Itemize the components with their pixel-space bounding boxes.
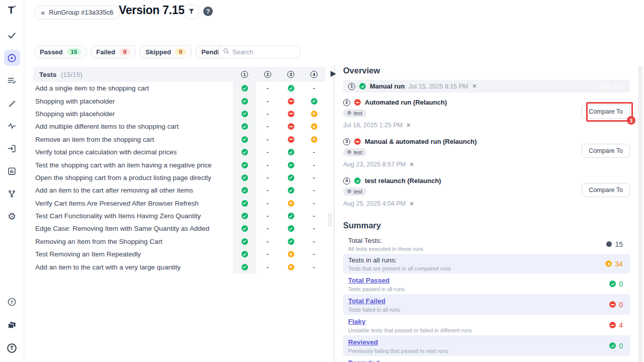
summary-row-text: Total PassedTests passed in all runs — [348, 276, 405, 292]
status-cell: - — [256, 200, 279, 207]
gear-icon: ⚙ — [347, 111, 352, 116]
table-row[interactable]: Shopping with placeholder- — [33, 95, 326, 107]
table-row[interactable]: Add an item to the cart after removing a… — [33, 184, 326, 197]
filter-button[interactable] — [184, 5, 198, 19]
table-row[interactable]: Add multiple different items to the shop… — [33, 120, 326, 133]
compare-to-button[interactable]: Compare To — [582, 105, 630, 119]
table-row[interactable]: Open the shopping cart from a product li… — [33, 171, 326, 184]
run-tag-label: test — [354, 189, 362, 195]
status-cell — [233, 235, 256, 248]
search-input[interactable] — [232, 48, 321, 56]
sidebar-item-analytics[interactable] — [4, 163, 20, 179]
status-passed-icon — [242, 251, 248, 257]
settings-gear-icon: ⚙ — [8, 212, 16, 221]
sidebar-item-steps[interactable] — [4, 95, 20, 111]
summary-description: Tests passed in all runs — [348, 286, 405, 292]
sidebar-item-settings[interactable]: ⚙ — [4, 208, 20, 224]
svg-text:?: ? — [11, 299, 13, 304]
table-row[interactable]: Removing an Item from the Shopping Cart-… — [33, 235, 326, 248]
summary-link[interactable]: Degraded — [348, 359, 379, 362]
status-cell — [279, 85, 302, 92]
compare-to-button[interactable]: Compare To — [582, 144, 630, 158]
summary-link[interactable]: Flaky — [348, 318, 366, 325]
filter-chip-passed[interactable]: Passed15 — [34, 45, 87, 58]
filter-chip-skipped[interactable]: Skipped0 — [140, 45, 192, 58]
table-row[interactable]: Remove an item from the shopping cart- — [33, 133, 326, 146]
table-row[interactable]: Verify total price calculation with deci… — [33, 146, 326, 158]
summary-row-text: Total FailedTests failed in all runs — [348, 296, 400, 313]
sidebar-item-check[interactable] — [4, 27, 20, 43]
table-row[interactable]: Verify Cart Items Are Preserved After Br… — [33, 197, 326, 210]
summary-title: Summary — [343, 221, 630, 230]
summary-row-text: FlakyUnstable tests that passed or faile… — [348, 317, 472, 333]
status-passed-icon — [242, 174, 248, 181]
status-passed-icon — [288, 149, 294, 155]
center-dot — [313, 113, 315, 115]
sidebar-item-runs[interactable] — [4, 50, 20, 66]
status-cell: - — [256, 148, 279, 156]
sidebar-item-branches[interactable] — [4, 186, 20, 202]
status-passed-icon — [242, 225, 248, 232]
status-failed-icon — [609, 301, 616, 308]
sidebar-item-projects[interactable] — [4, 317, 20, 333]
summary-count: 15 — [615, 240, 623, 248]
sidebar-item-pulse[interactable] — [4, 118, 20, 134]
sidebar-item-import[interactable] — [4, 140, 20, 156]
table-row[interactable]: Add an item to the cart with a very larg… — [33, 260, 326, 273]
status-none: - — [267, 98, 269, 105]
run-number-badge: 2 — [343, 99, 350, 106]
summary-link[interactable]: Revieved — [348, 338, 378, 346]
rungroup-back-button[interactable]: « RunGroup #13a335c6 — [34, 5, 120, 20]
vertical-scrollbar[interactable] — [638, 66, 642, 362]
status-none: - — [313, 187, 315, 194]
collapse-panel-arrow-icon[interactable] — [331, 71, 336, 77]
run-tag[interactable]: ⚙test — [343, 109, 366, 117]
panel-drag-handle[interactable] — [328, 213, 332, 227]
table-row[interactable]: Edge Case: Removing Item with Same Quant… — [33, 222, 326, 235]
list-check-icon — [7, 76, 17, 85]
remove-run-icon[interactable]: ✕ — [406, 122, 411, 129]
status-cell: - — [256, 161, 279, 169]
table-row[interactable]: Shopping with placeholder- — [33, 108, 326, 120]
summary-count: 0 — [619, 342, 623, 350]
status-cell — [233, 184, 256, 197]
summary-row: Total FailedTests failed in all runs0 — [343, 294, 630, 315]
run-tag[interactable]: ⚙test — [343, 188, 366, 196]
run-item[interactable]: 4test relaunch (Relaunch)⚙testAug 25, 20… — [343, 177, 630, 210]
main-run-button[interactable]: Main Run — [599, 83, 625, 90]
remove-run-icon[interactable]: ✕ — [409, 161, 414, 168]
table-row[interactable]: Add a single item to the shopping cart-- — [33, 82, 326, 95]
remove-run-icon[interactable]: ✕ — [472, 83, 476, 89]
sidebar-item-report[interactable] — [4, 72, 20, 88]
run-item[interactable]: 3Manual & automated run (Relaunch)⚙testA… — [343, 138, 630, 171]
status-passed-icon — [288, 238, 294, 245]
summary-link[interactable]: Total Failed — [348, 297, 385, 305]
summary-value: 15 — [606, 240, 623, 248]
minus-bar — [611, 304, 614, 305]
status-passed-icon — [359, 83, 366, 89]
run-date-line: Jul 16, 2025 1:25 PM✕ — [343, 122, 630, 129]
search-icon — [223, 47, 229, 56]
center-dot — [313, 138, 315, 140]
status-none: - — [267, 123, 269, 130]
remove-run-icon[interactable]: ✕ — [409, 201, 414, 207]
table-row[interactable]: Test Cart Functionality with Items Havin… — [33, 210, 326, 222]
filter-chip-failed[interactable]: Failed0 — [91, 45, 136, 58]
search-box[interactable] — [218, 45, 300, 58]
run-item[interactable]: 2Automated run (Relaunch)⚙testJul 16, 20… — [343, 99, 630, 132]
status-cell — [279, 187, 302, 194]
run-item-main[interactable]: 1Manual runJul 15, 2025 8:15 PM✕Main Run — [343, 80, 630, 93]
status-passed-icon — [242, 162, 248, 168]
summary-link[interactable]: Total Passed — [348, 277, 389, 284]
summary-row-text: Total Tests:All tests executed in these … — [348, 237, 423, 252]
test-name: Add an item to the cart with a very larg… — [33, 263, 233, 271]
compare-to-button[interactable]: Compare To — [582, 183, 630, 197]
table-row[interactable]: Test the shopping cart with an item havi… — [33, 158, 326, 171]
sidebar-item-help[interactable]: ? — [4, 294, 20, 310]
status-cell — [233, 171, 256, 184]
table-row[interactable]: Test Removing an Item Repeatedly-- — [33, 248, 326, 260]
sidebar-profile[interactable]: T — [4, 340, 20, 356]
run-tag[interactable]: ⚙test — [343, 148, 366, 156]
help-button[interactable]: ? — [203, 7, 213, 16]
status-cell — [279, 213, 302, 219]
